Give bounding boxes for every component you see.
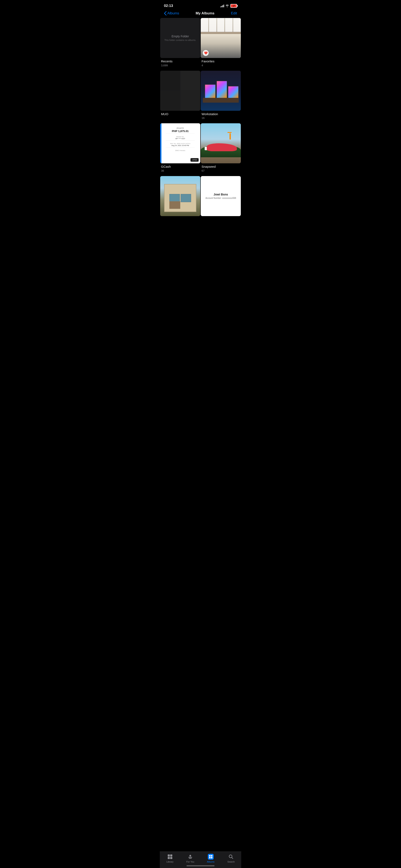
library-icon <box>167 854 173 860</box>
navigation-bar: Albums My Albums Edit <box>160 10 241 18</box>
album-snapseed[interactable]: Snapseed 67 <box>201 123 241 176</box>
heart-icon: ❤️ <box>203 50 209 56</box>
album-count-workstation: 16 <box>202 116 240 120</box>
empty-folder-label: Empty Folder <box>171 35 189 38</box>
album-thumb-snapseed <box>201 123 241 163</box>
album-name-favorites: Favorites <box>202 59 240 63</box>
svg-rect-9 <box>209 857 210 859</box>
edit-button[interactable]: Edit <box>231 11 237 16</box>
album-recents[interactable]: Empty Folder This folder contains no alb… <box>160 18 200 70</box>
svg-rect-2 <box>168 857 170 859</box>
album-gcash[interactable]: Jimuel B. PHP 1,875.01 Mobile No. 09** *… <box>160 123 200 176</box>
svg-rect-6 <box>189 858 192 859</box>
home-indicator <box>187 865 214 866</box>
signal-icon <box>220 4 224 7</box>
status-icons: 17 <box>220 4 237 8</box>
tab-for-you[interactable]: For You <box>183 854 198 863</box>
tab-search-label: Search <box>227 861 235 863</box>
album-name-snapseed: Snapseed <box>202 164 240 169</box>
svg-rect-0 <box>168 855 170 857</box>
status-bar: 02:13 17 <box>160 0 241 10</box>
svg-rect-3 <box>170 857 172 859</box>
svg-rect-1 <box>170 855 172 857</box>
album-count-recents: 3,699 <box>161 64 199 67</box>
battery-icon: 17 <box>230 4 237 8</box>
album-thumb-gcash: Jimuel B. PHP 1,875.01 Mobile No. 09** *… <box>160 123 200 163</box>
svg-rect-8 <box>211 855 212 857</box>
for-you-icon <box>187 854 193 860</box>
jowi-account: Account Number: xxxxxxxxxx568 <box>205 197 236 199</box>
svg-rect-10 <box>211 857 212 859</box>
tab-search[interactable]: Search <box>224 854 238 863</box>
svg-point-4 <box>190 855 191 857</box>
albums-grid: Empty Folder This folder contains no alb… <box>160 18 241 221</box>
tab-for-you-label: For You <box>186 861 194 863</box>
album-thumb-jowi: Jowi Bsns Account Number: xxxxxxxxxx568 <box>201 176 241 216</box>
album-name-workstation: Workstation <box>202 112 240 116</box>
back-label: Albums <box>167 11 179 16</box>
album-thumb-house <box>160 176 200 216</box>
album-jowi[interactable]: Jowi Bsns Account Number: xxxxxxxxxx568 <box>201 176 241 221</box>
wifi-icon <box>225 4 229 7</box>
tab-library-label: Library <box>167 861 174 863</box>
svg-rect-7 <box>209 855 210 857</box>
album-thumb-recents: Empty Folder This folder contains no alb… <box>160 18 200 58</box>
album-favorites[interactable]: ❤️ Favorites 4 <box>201 18 241 70</box>
album-house[interactable] <box>160 176 200 221</box>
album-name-recents: Recents <box>161 59 199 63</box>
empty-folder-sublabel: This folder contains no albums. <box>164 39 196 41</box>
album-count-favorites: 4 <box>202 64 240 67</box>
album-count-snapseed: 67 <box>202 169 240 172</box>
gcash-receipt-name: Jimuel B. <box>176 127 184 129</box>
status-time: 02:13 <box>164 4 173 8</box>
album-name-muo: MUO <box>161 112 199 116</box>
album-thumb-workstation <box>201 71 241 111</box>
svg-rect-5 <box>189 857 192 858</box>
albums-icon <box>208 854 214 860</box>
album-workstation[interactable]: Workstation 16 <box>201 71 241 123</box>
back-button[interactable]: Albums <box>164 11 179 16</box>
album-muo[interactable]: MUO <box>160 71 200 123</box>
tab-albums[interactable]: Albums <box>203 854 218 863</box>
gcash-open-button: OPEN <box>191 158 199 162</box>
album-name-gcash: GCash <box>161 164 199 169</box>
album-thumb-favorites: ❤️ <box>201 18 241 58</box>
jowi-name: Jowi Bsns <box>213 193 228 196</box>
tab-library[interactable]: Library <box>163 854 177 863</box>
tab-albums-label: Albums <box>207 861 214 863</box>
album-count-gcash: 36 <box>161 169 199 172</box>
svg-line-12 <box>232 858 233 859</box>
album-thumb-muo <box>160 71 200 111</box>
search-icon <box>228 854 234 860</box>
gcash-receipt-amount: PHP 1,875.01 <box>172 129 189 133</box>
page-title: My Albums <box>196 11 214 16</box>
